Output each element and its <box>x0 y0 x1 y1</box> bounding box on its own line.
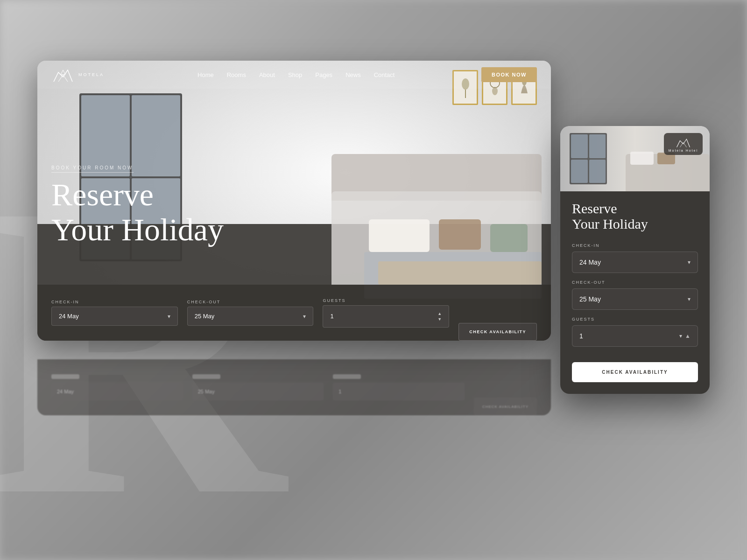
shadow-checkin-group: 24 May <box>51 374 183 400</box>
card-content: Reserve Your Holiday CHECK-IN 24 May ▾ C… <box>560 191 710 394</box>
shadow-guests-label <box>333 374 361 379</box>
card-guests-up-icon: ▲ <box>685 333 691 339</box>
card-title: Reserve Your Holiday <box>572 201 698 231</box>
card-guests-label: GUESTS <box>572 317 698 322</box>
checkout-select[interactable]: 25 May ▾ <box>187 307 314 326</box>
nav-links: Home Rooms About Shop Pages News Contact <box>197 71 395 78</box>
card-pane-2 <box>589 134 606 158</box>
pillow-3 <box>490 224 528 252</box>
guests-label: GUESTS <box>323 298 449 303</box>
card-pane-3 <box>571 160 588 183</box>
nav-shop[interactable]: Shop <box>288 71 302 78</box>
shadow-check-availability-button: CHECK AVAILABILITY <box>474 398 537 415</box>
card-pane-1 <box>571 134 588 158</box>
navigation: MOTELA Home Rooms About Shop Pages News … <box>37 61 551 89</box>
card-checkin-chevron-icon: ▾ <box>688 259 691 266</box>
hero-title: Reserve Your Holiday <box>51 177 224 247</box>
hero-content: BOOK YOUR ROOM NOW Reserve Your Holiday <box>51 163 224 247</box>
pillow-1 <box>369 219 430 252</box>
card-hotel-image: Motela Hotel <box>560 126 710 191</box>
checkin-select[interactable]: 24 May ▾ <box>51 307 178 326</box>
bed-body <box>331 191 542 285</box>
card-guests-group: GUESTS 1 ▾ ▲ <box>572 317 698 347</box>
checkout-group: CHECK-OUT 25 May ▾ <box>187 300 314 326</box>
card-checkin-group: CHECK-IN 24 May ▾ <box>572 243 698 273</box>
checkin-chevron-icon: ▾ <box>168 313 170 320</box>
nav-rooms[interactable]: Rooms <box>227 71 246 78</box>
shadow-checkout-label <box>192 374 220 379</box>
booking-card: Motela Hotel Reserve Your Holiday CHECK-… <box>560 126 710 394</box>
guests-group: GUESTS 1 ▲ ▼ <box>323 298 449 328</box>
shadow-checkout-group: 25 May <box>192 374 324 400</box>
card-logo-text: Motela Hotel <box>669 149 698 152</box>
shadow-window: 24 May 25 May 1 CHECK AVAILABILITY <box>37 359 551 415</box>
card-checkout-chevron-icon: ▾ <box>688 296 691 302</box>
bench <box>378 261 542 285</box>
checkin-label: CHECK-IN <box>51 300 178 304</box>
guests-stepper-icon: ▲ ▼ <box>437 311 442 322</box>
checkout-chevron-icon: ▾ <box>303 313 306 320</box>
card-checkout-select[interactable]: 25 May ▾ <box>572 288 698 310</box>
checkout-label: CHECK-OUT <box>187 300 314 304</box>
card-checkout-label: CHECK-OUT <box>572 280 698 285</box>
logo-text: MOTELA <box>78 72 104 77</box>
browser-window: MOTELA Home Rooms About Shop Pages News … <box>37 61 551 341</box>
logo[interactable]: MOTELA <box>51 65 104 84</box>
pillow-2 <box>439 219 481 250</box>
card-pillow-1 <box>630 152 654 165</box>
check-availability-button[interactable]: CHECK AVAILABILITY <box>458 323 537 341</box>
card-checkin-label: CHECK-IN <box>572 243 698 248</box>
hero-subtitle: BOOK YOUR ROOM NOW <box>51 165 134 173</box>
nav-pages[interactable]: Pages <box>315 71 332 78</box>
shadow-guests-input: 1 <box>333 383 465 400</box>
card-check-availability-button[interactable]: CHECK AVAILABILITY <box>572 362 698 382</box>
guests-select[interactable]: 1 ▲ ▼ <box>323 305 449 328</box>
shadow-guests-group: 1 <box>333 374 465 400</box>
checkin-group: CHECK-IN 24 May ▾ <box>51 300 178 326</box>
nav-about[interactable]: About <box>259 71 275 78</box>
book-now-button[interactable]: BOOK NOW <box>481 67 537 82</box>
bed-visual <box>308 154 542 285</box>
nav-contact[interactable]: Contact <box>374 71 395 78</box>
card-guests-down-icon: ▾ <box>679 333 682 339</box>
card-guests-stepper: ▾ ▲ <box>679 333 691 339</box>
nav-news[interactable]: News <box>345 71 361 78</box>
shadow-checkin-input: 24 May <box>51 383 183 400</box>
card-checkin-select[interactable]: 24 May ▾ <box>572 252 698 273</box>
card-logo-overlay: Motela Hotel <box>664 133 703 155</box>
shadow-checkin-label <box>51 374 79 379</box>
card-window-frame <box>570 133 607 184</box>
booking-bar: CHECK-IN 24 May ▾ CHECK-OUT 25 May ▾ GUE… <box>37 285 551 341</box>
nav-home[interactable]: Home <box>197 71 214 78</box>
card-guests-select[interactable]: 1 ▾ ▲ <box>572 325 698 347</box>
card-checkout-group: CHECK-OUT 25 May ▾ <box>572 280 698 310</box>
card-pane-4 <box>589 160 606 183</box>
shadow-checkout-input: 25 May <box>192 383 324 400</box>
